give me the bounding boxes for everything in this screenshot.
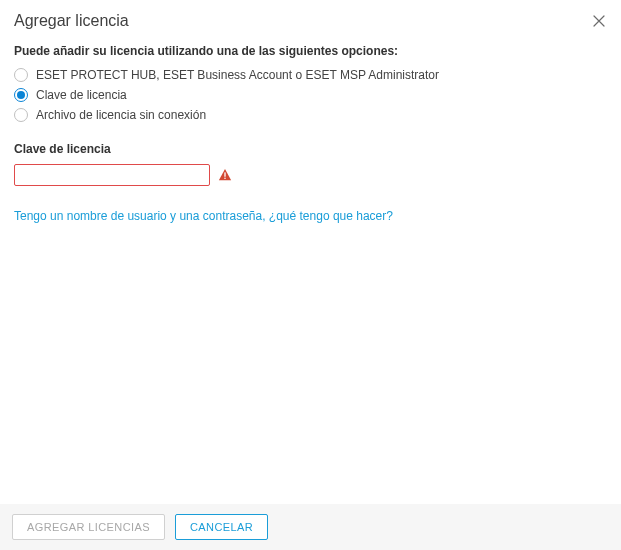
help-link[interactable]: Tengo un nombre de usuario y una contras… xyxy=(14,209,393,223)
option-license-key[interactable]: Clave de licencia xyxy=(14,88,607,102)
option-eset-hub[interactable]: ESET PROTECT HUB, ESET Business Account … xyxy=(14,68,607,82)
option-label: Clave de licencia xyxy=(36,88,127,102)
add-licenses-button[interactable]: AGREGAR LICENCIAS xyxy=(12,514,165,540)
svg-rect-1 xyxy=(224,178,225,179)
warning-icon xyxy=(218,168,232,182)
radio-icon xyxy=(14,68,28,82)
close-icon[interactable] xyxy=(591,13,607,29)
options-prompt: Puede añadir su licencia utilizando una … xyxy=(14,44,607,58)
option-label: ESET PROTECT HUB, ESET Business Account … xyxy=(36,68,439,82)
dialog-header: Agregar licencia xyxy=(0,0,621,38)
radio-icon xyxy=(14,88,28,102)
radio-icon xyxy=(14,108,28,122)
options-group: ESET PROTECT HUB, ESET Business Account … xyxy=(14,68,607,122)
option-label: Archivo de licencia sin conexión xyxy=(36,108,206,122)
add-license-dialog: Agregar licencia Puede añadir su licenci… xyxy=(0,0,621,550)
svg-rect-0 xyxy=(224,172,225,176)
cancel-button[interactable]: CANCELAR xyxy=(175,514,268,540)
section-label: Clave de licencia xyxy=(14,142,607,156)
option-offline-file[interactable]: Archivo de licencia sin conexión xyxy=(14,108,607,122)
license-key-row xyxy=(14,164,607,186)
help-link-row: Tengo un nombre de usuario y una contras… xyxy=(14,206,607,224)
license-key-input[interactable] xyxy=(14,164,210,186)
dialog-content: Puede añadir su licencia utilizando una … xyxy=(0,38,621,504)
dialog-footer: AGREGAR LICENCIAS CANCELAR xyxy=(0,504,621,550)
dialog-title: Agregar licencia xyxy=(14,12,129,30)
